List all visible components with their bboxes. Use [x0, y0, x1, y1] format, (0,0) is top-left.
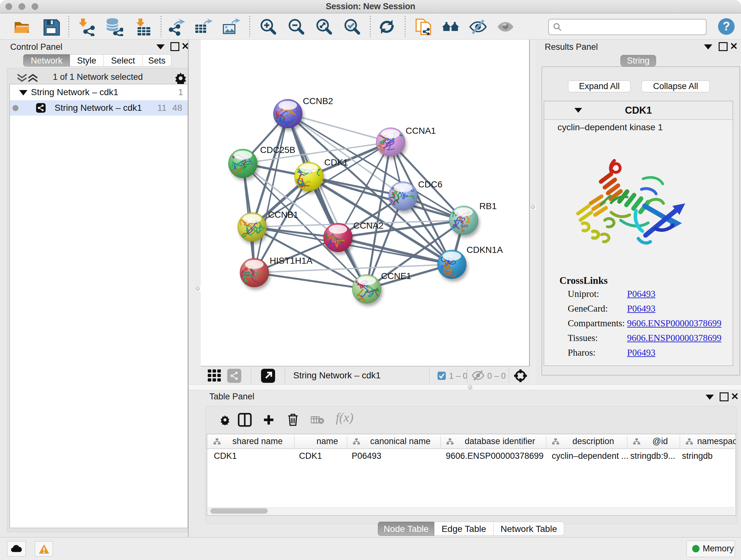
svg-text:CCNB2: CCNB2: [303, 96, 333, 106]
svg-text:?: ?: [723, 19, 730, 33]
svg-text:RB1: RB1: [479, 201, 496, 211]
svg-text:CCNA1: CCNA1: [406, 126, 436, 136]
svg-text:HIST1H1A: HIST1H1A: [270, 256, 313, 266]
svg-text:CDC25B: CDC25B: [260, 145, 295, 155]
svg-text:CCNA2: CCNA2: [353, 221, 384, 231]
svg-text:CDKN1A: CDKN1A: [467, 245, 503, 255]
svg-text:CDK1: CDK1: [324, 158, 348, 167]
svg-text:CCNE1: CCNE1: [381, 271, 411, 281]
svg-text:CCNB1: CCNB1: [268, 210, 298, 220]
svg-text:CDC6: CDC6: [418, 179, 442, 189]
